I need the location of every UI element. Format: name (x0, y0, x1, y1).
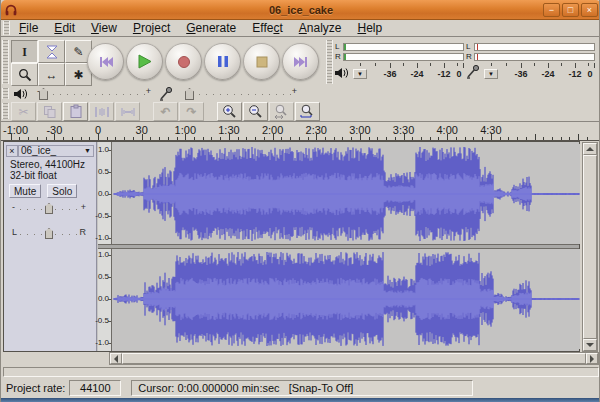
meter-toolbar-grip[interactable] (326, 40, 333, 84)
horizontal-scrollbar[interactable] (109, 352, 599, 365)
timeline-tick (89, 137, 90, 140)
titlebar[interactable]: 06_ice_cake − □ × (1, 0, 600, 20)
meter-peak-mark (344, 44, 346, 50)
menu-edit[interactable]: Edit (46, 20, 83, 36)
zoom-tool[interactable] (11, 63, 38, 86)
scroll-up-button[interactable] (583, 143, 597, 155)
horizontal-scroll-thumb[interactable] (122, 353, 586, 364)
input-volume-slider[interactable]: + (179, 86, 297, 101)
timeline-tick (107, 137, 108, 140)
zoom-out-icon (248, 104, 263, 119)
edit-toolbar-grip[interactable] (2, 103, 9, 119)
track-menu-dropdown-icon: ▼ (84, 147, 91, 154)
solo-button[interactable]: Solo (47, 184, 77, 198)
meter-scale-tick (548, 63, 549, 68)
output-level-meter[interactable]: L R ▼ -36-24-120 (333, 41, 464, 85)
redo-button[interactable]: ↷ (179, 102, 204, 121)
timeline-tick (133, 137, 134, 140)
play-icon (137, 54, 152, 69)
input-meter-dropdown[interactable]: ▼ (484, 69, 498, 79)
timeline-tick (46, 137, 47, 140)
menu-project[interactable]: Project (125, 20, 178, 36)
tooltip-strip (3, 367, 599, 377)
left-arrow-icon (110, 355, 118, 363)
pan-slider[interactable]: L R (12, 226, 86, 242)
track-menu-button[interactable]: 06_ice_ ▼ (18, 145, 94, 157)
timeshift-tool[interactable]: ↔ (38, 63, 65, 86)
menu-file[interactable]: File (11, 20, 46, 36)
undo-button[interactable]: ↶ (153, 102, 178, 121)
menu-view[interactable]: View (83, 20, 125, 36)
input-volume-thumb[interactable] (185, 88, 194, 100)
timeline-tick (569, 137, 570, 140)
fit-project-button[interactable] (295, 102, 320, 121)
toolbar-grip[interactable] (2, 40, 9, 84)
track-format-info: Stereo, 44100Hz (4, 159, 96, 170)
scroll-down-button[interactable] (583, 339, 597, 351)
pan-thumb[interactable] (45, 228, 53, 239)
timeline-label: 2:30 (306, 124, 327, 136)
pause-icon (217, 55, 229, 68)
input-level-meter[interactable]: L R ▼ -36-24-120 (464, 41, 595, 85)
zoom-in-icon (222, 104, 237, 119)
timeline-ruler[interactable]: -1:00-300301:001:302:002:303:003:304:004… (1, 123, 600, 141)
track-close-button[interactable]: × (6, 145, 18, 157)
maximize-button[interactable]: □ (562, 3, 579, 17)
stop-button[interactable] (243, 43, 280, 80)
vertical-scroll-thumb[interactable] (583, 155, 597, 339)
paste-button[interactable] (63, 102, 88, 121)
gain-thumb[interactable] (45, 203, 53, 214)
trim-outside-selection-button[interactable] (89, 102, 114, 121)
envelope-tool[interactable] (38, 40, 65, 63)
timeline-tick (465, 137, 466, 140)
selection-tool[interactable]: I (11, 40, 38, 63)
pause-button[interactable] (204, 43, 241, 80)
meter-r-label: R (333, 52, 343, 61)
mute-button[interactable]: Mute (9, 184, 41, 198)
vertical-scrollbar[interactable] (582, 142, 598, 352)
timeline-tick (159, 137, 160, 140)
output-meter-dropdown[interactable]: ▼ (353, 69, 367, 79)
output-volume-slider[interactable]: - + (33, 86, 151, 101)
minimize-button[interactable]: − (543, 3, 560, 17)
skip-to-start-button[interactable] (87, 43, 124, 80)
gain-minus-label: - (12, 202, 15, 212)
scroll-right-button[interactable] (586, 353, 598, 364)
copy-button[interactable] (37, 102, 62, 121)
scroll-left-button[interactable] (110, 353, 122, 364)
record-button[interactable] (165, 43, 202, 80)
silence-selection-button[interactable] (115, 102, 140, 121)
waveform-channel-left[interactable] (113, 144, 580, 244)
menubar-grip[interactable] (3, 21, 10, 35)
menu-effect[interactable]: Effect (244, 20, 290, 36)
zoom-in-button[interactable] (217, 102, 242, 121)
output-volume-thumb[interactable] (39, 88, 48, 100)
output-meter-scale: ▼ -36-24-120 (333, 62, 464, 84)
stop-icon (256, 56, 268, 68)
timeline-label: 3:00 (349, 124, 370, 136)
menu-analyze[interactable]: Analyze (291, 20, 350, 36)
meter-scale-tick (390, 63, 391, 68)
track-bitdepth-info: 32-bit float (4, 170, 96, 181)
timeline-label: 4:30 (480, 124, 501, 136)
slider-plus-label: + (146, 86, 151, 96)
skip-end-icon (293, 55, 309, 69)
skip-start-icon (98, 55, 114, 69)
close-button[interactable]: × (581, 3, 598, 17)
fit-selection-button[interactable] (269, 102, 294, 121)
timeline-tick (578, 134, 579, 140)
timeline-tick (290, 137, 291, 140)
meter-scale-tick (360, 63, 361, 66)
zoom-out-button[interactable] (243, 102, 268, 121)
skip-to-end-button[interactable] (282, 43, 319, 80)
right-arrow-icon (590, 355, 598, 363)
mixer-toolbar-grip[interactable] (2, 88, 9, 99)
gain-slider[interactable]: - + (12, 201, 86, 217)
cut-button[interactable]: ✂ (11, 102, 36, 121)
project-rate-value[interactable]: 44100 (69, 380, 121, 396)
waveform-channel-right[interactable] (113, 249, 580, 349)
menu-help[interactable]: Help (349, 20, 390, 36)
timeline-label: 1:00 (175, 124, 196, 136)
play-button[interactable] (126, 43, 163, 80)
menu-generate[interactable]: Generate (178, 20, 244, 36)
